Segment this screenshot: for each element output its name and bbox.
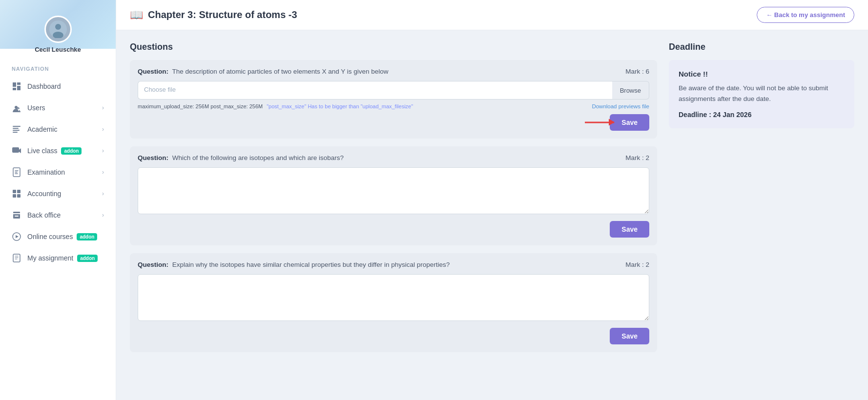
content-area: Questions Question: The description of a… (116, 30, 868, 400)
question-text-3: Explain why the isotopes have similar ch… (172, 261, 450, 268)
sidebar-item-label: Back office (27, 211, 61, 219)
file-input-display: Choose file (138, 81, 612, 100)
question-header-3: Question: Explain why the isotopes have … (138, 261, 649, 268)
sidebar-item-online-courses[interactable]: Online courses addon (0, 226, 116, 247)
chapter-title: Chapter 3: Structure of atoms -3 (148, 9, 297, 20)
sidebar-item-accounting[interactable]: Accounting › (0, 183, 116, 204)
avatar (44, 16, 72, 43)
book-icon: 📖 (130, 9, 143, 21)
deadline-label: Deadline : (679, 111, 711, 119)
deadline-card: Notice !! Be aware of the date. You will… (669, 60, 854, 128)
save-btn-row-3: Save (138, 328, 649, 344)
main-content: 📖 Chapter 3: Structure of atoms -3 ← Bac… (116, 0, 868, 400)
question-label-2: Question: (138, 154, 168, 161)
svg-rect-7 (12, 147, 19, 153)
chevron-right-icon: › (102, 104, 104, 111)
backoffice-icon (12, 210, 21, 220)
liveclass-icon (12, 146, 21, 156)
exam-icon (12, 167, 21, 177)
save-button-2[interactable]: Save (610, 221, 649, 238)
file-warn-text: "post_max_size" Has to be bigger than "u… (267, 103, 413, 109)
download-previews-link[interactable]: Download previews file (592, 103, 649, 109)
sidebar-item-live-class[interactable]: Live class addon › (0, 140, 116, 161)
sidebar-item-examination[interactable]: Examination › (0, 161, 116, 183)
file-upload-row: Choose file Browse (138, 81, 649, 100)
courses-icon (12, 232, 21, 241)
nav-label: NAVIGATION (0, 57, 116, 76)
question-header-1: Question: The description of atomic part… (138, 68, 649, 75)
save-btn-row-2: Save (138, 221, 649, 238)
addon-badge: addon (61, 147, 82, 155)
sidebar-item-label: Academic (27, 125, 57, 133)
chevron-right-icon: › (102, 147, 104, 154)
users-icon (12, 103, 21, 113)
sidebar-item-my-assignment[interactable]: My assignment addon (0, 247, 116, 269)
answer-textarea-2[interactable] (138, 167, 649, 214)
sidebar-item-label: Accounting (27, 190, 61, 198)
sidebar-item-users[interactable]: Users › (0, 97, 116, 119)
sidebar-item-label: Examination (27, 168, 65, 176)
deadline-date: Deadline : 24 Jan 2026 (679, 111, 845, 119)
academic-icon (12, 124, 21, 134)
notice-text: Be aware of the date. You will not be ab… (679, 83, 845, 104)
save-button-3[interactable]: Save (610, 328, 649, 344)
question-card-2: Question: Which of the following are iso… (130, 146, 657, 245)
sidebar-item-academic[interactable]: Academic › (0, 119, 116, 140)
svg-rect-6 (13, 132, 18, 133)
user-profile: Cecil Leuschke (35, 10, 81, 53)
question-text-1: The description of atomic particles of t… (172, 68, 389, 75)
sidebar-item-label: My assignment (27, 254, 73, 262)
file-info-left: maximum_upload_size: 256M post_max_size:… (138, 103, 413, 109)
question-header-2: Question: Which of the following are iso… (138, 154, 649, 161)
chevron-right-icon: › (102, 126, 104, 133)
question-label-3: Question: (138, 261, 168, 268)
addon-badge: addon (77, 255, 98, 262)
accounting-icon (12, 189, 21, 199)
sidebar-item-label: Live class (27, 147, 57, 155)
nav-items: Dashboard Users › Academic › Live class … (0, 76, 116, 269)
svg-rect-9 (13, 190, 16, 193)
notice-title: Notice !! (679, 70, 845, 78)
assignment-icon (12, 253, 21, 263)
mark-badge-2: Mark : 2 (625, 154, 649, 161)
questions-section: Questions Question: The description of a… (130, 42, 657, 388)
deadline-date-value: 24 Jan 2026 (713, 111, 752, 119)
deadline-section: Deadline Notice !! Be aware of the date.… (669, 42, 854, 388)
sidebar-item-label: Users (27, 104, 45, 112)
file-info-text: maximum_upload_size: 256M post_max_size:… (138, 103, 263, 109)
save-button-1[interactable]: Save (610, 114, 649, 131)
dashboard-icon (12, 81, 21, 91)
sidebar-item-back-office[interactable]: Back office › (0, 204, 116, 226)
browse-button[interactable]: Browse (612, 81, 649, 100)
question-label-1: Question: (138, 68, 168, 75)
save-btn-row-1: Save (138, 114, 649, 131)
sidebar: Cecil Leuschke NAVIGATION Dashboard User… (0, 0, 116, 400)
sidebar-item-dashboard[interactable]: Dashboard (0, 76, 116, 97)
chevron-right-icon: › (102, 169, 104, 176)
arrow-line (585, 122, 614, 123)
save-arrow-annotation (585, 122, 614, 123)
page-title: 📖 Chapter 3: Structure of atoms -3 (130, 9, 297, 21)
svg-point-1 (55, 24, 61, 30)
svg-rect-11 (13, 194, 16, 198)
svg-rect-10 (17, 190, 21, 193)
mark-badge-3: Mark : 2 (625, 261, 649, 268)
svg-rect-12 (17, 194, 21, 198)
user-name: Cecil Leuschke (35, 46, 81, 53)
addon-badge: addon (77, 233, 97, 240)
sidebar-item-label: Online courses (27, 233, 73, 240)
page-header: 📖 Chapter 3: Structure of atoms -3 ← Bac… (116, 0, 868, 30)
mark-badge-1: Mark : 6 (625, 68, 649, 75)
file-info-row: maximum_upload_size: 256M post_max_size:… (138, 103, 649, 109)
svg-rect-15 (13, 254, 20, 262)
questions-heading: Questions (130, 42, 657, 52)
back-to-assignment-button[interactable]: ← Back to my assignment (757, 7, 854, 23)
chevron-right-icon: › (102, 190, 104, 197)
svg-rect-4 (13, 128, 19, 129)
answer-textarea-3[interactable] (138, 274, 649, 321)
question-text-2: Which of the following are isotopes and … (172, 154, 344, 161)
svg-rect-5 (13, 130, 20, 131)
sidebar-item-label: Dashboard (27, 82, 61, 90)
question-card-1: Question: The description of atomic part… (130, 60, 657, 139)
chevron-right-icon: › (102, 212, 104, 219)
